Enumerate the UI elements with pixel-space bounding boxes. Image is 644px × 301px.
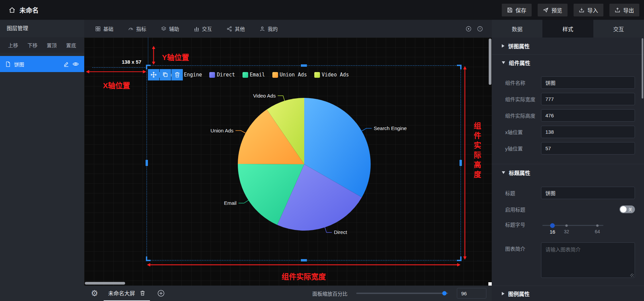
fontsize-option-16[interactable]: 16 <box>550 229 555 235</box>
tab-other[interactable]: 其他 <box>227 25 245 32</box>
layers-icon <box>161 26 166 32</box>
section-pie-properties[interactable]: 饼图属性 <box>492 38 644 54</box>
legend-item[interactable]: Union Ads <box>272 72 307 78</box>
save-icon <box>507 7 513 13</box>
layer-item-pie[interactable]: 饼图 <box>0 56 84 72</box>
delete-screen-icon[interactable] <box>140 290 145 296</box>
resize-handle-bottom[interactable] <box>301 259 307 261</box>
chevron-right-icon <box>502 292 504 295</box>
document-icon <box>5 61 11 67</box>
legend-label: Video Ads <box>322 72 349 78</box>
zoom-value-input[interactable] <box>457 288 486 299</box>
delete-button[interactable] <box>171 69 183 80</box>
panel-scrollbar[interactable] <box>642 38 643 99</box>
tab-data[interactable]: 数据 <box>492 20 542 38</box>
resize-handle-bottom-right[interactable] <box>457 256 462 261</box>
tab-interaction[interactable]: 交互 <box>194 25 212 32</box>
legend-item[interactable]: Email <box>243 72 265 78</box>
pie-slice-label: Video Ads <box>253 93 276 99</box>
resize-handle-right[interactable] <box>460 160 462 166</box>
legend-swatch-icon <box>272 72 278 78</box>
section-title: 图例属性 <box>508 290 530 298</box>
slider-track[interactable] <box>542 225 603 226</box>
field-label: 组件实际高度 <box>505 112 535 119</box>
slider-dot[interactable] <box>596 224 599 227</box>
preview-button[interactable]: 预览 <box>538 4 568 16</box>
section-component-properties[interactable]: 组件属性 <box>492 54 644 70</box>
field-enable-title: 启用标题 关 <box>492 201 644 218</box>
target-icon[interactable] <box>466 26 472 32</box>
main: 图层管理 上移 下移 置顶 置底 饼图 基础 <box>0 20 644 301</box>
import-label: 导入 <box>587 6 598 14</box>
move-down-button[interactable]: 下移 <box>28 42 38 49</box>
title-fontsize-slider[interactable]: 16 32 64 <box>541 221 635 237</box>
layer-actions: 上移 下移 置顶 置底 <box>0 37 84 53</box>
bring-front-button[interactable]: 置顶 <box>47 42 57 49</box>
tab-metrics[interactable]: 指标 <box>128 25 146 32</box>
zoom-slider-handle[interactable] <box>442 291 447 296</box>
zoom-slider[interactable] <box>356 293 448 294</box>
home-icon[interactable] <box>9 7 15 13</box>
settings-gear-icon[interactable]: ⚙ <box>91 289 98 297</box>
resize-handle-top-right[interactable] <box>457 65 462 69</box>
fontsize-option-64[interactable]: 64 <box>595 229 600 234</box>
tab-basic-label: 基础 <box>103 25 113 32</box>
canvas-vertical-scrollbar[interactable] <box>489 39 491 85</box>
gauge-icon <box>128 26 133 32</box>
section-title: 标题属性 <box>509 169 530 177</box>
slider-dot[interactable] <box>566 224 568 227</box>
resize-handle-left[interactable] <box>146 160 148 166</box>
pie-chart[interactable]: Search EngineDirectEmailUnion AdsVideo A… <box>147 66 461 261</box>
title-input[interactable] <box>541 187 635 199</box>
send-back-button[interactable]: 置底 <box>66 42 76 49</box>
legend-swatch-icon <box>314 72 320 78</box>
component-width-input[interactable] <box>541 93 635 105</box>
x-position-arrow <box>86 69 147 74</box>
legend-item[interactable]: Video Ads <box>314 72 349 78</box>
pie-component[interactable]: Search EngineDirectEmailUnion AdsVideo A… <box>147 65 461 260</box>
resize-handle-top-left[interactable] <box>146 65 151 69</box>
tab-basic[interactable]: 基础 <box>95 25 113 32</box>
save-button[interactable]: 保存 <box>502 4 532 16</box>
visibility-eye-icon[interactable] <box>72 61 79 67</box>
resize-handle-bottom-left[interactable] <box>146 256 151 261</box>
section-legend-properties[interactable]: 图例属性 <box>492 286 644 301</box>
tab-auxiliary[interactable]: 辅助 <box>161 25 179 32</box>
move-up-button[interactable]: 上移 <box>8 42 18 49</box>
component-name-input[interactable] <box>541 76 635 89</box>
header-actions: 保存 预览 导入 导出 <box>496 4 639 16</box>
screen-tab[interactable]: 未命名大屏 <box>104 286 150 301</box>
move-button[interactable] <box>148 69 159 80</box>
x-position-input[interactable] <box>541 126 635 138</box>
help-icon[interactable]: ? <box>477 26 483 32</box>
copy-button[interactable] <box>160 69 171 80</box>
design-canvas[interactable]: Search EngineDirectEmailUnion AdsVideo A… <box>84 38 492 286</box>
edit-pencil-icon[interactable] <box>63 61 69 67</box>
slider-handle[interactable] <box>550 223 555 228</box>
tab-style[interactable]: 样式 <box>542 20 593 38</box>
fontsize-option-32[interactable]: 32 <box>564 229 569 234</box>
export-button[interactable]: 导出 <box>609 4 639 16</box>
add-screen-icon[interactable] <box>157 290 165 297</box>
svg-text:?: ? <box>479 27 481 31</box>
resize-grip-icon[interactable] <box>630 274 634 277</box>
enable-title-toggle[interactable]: 关 <box>620 205 635 213</box>
title-fields: 标题 启用标题 关 标题字号 <box>492 185 644 279</box>
pie-slice-label: Search Engine <box>374 125 407 131</box>
import-button[interactable]: 导入 <box>574 4 603 16</box>
resize-handle-top[interactable] <box>301 64 307 67</box>
field-title: 标题 <box>492 185 644 201</box>
x-guide-line <box>92 67 147 68</box>
x-position-label: X轴位置 <box>103 81 130 91</box>
section-title-properties[interactable]: 标题属性 <box>492 164 644 181</box>
legend-item[interactable]: Direct <box>209 72 235 78</box>
component-height-input[interactable] <box>541 109 635 122</box>
toggle-knob <box>620 206 627 213</box>
y-position-input[interactable] <box>541 142 635 155</box>
pie-label-line <box>325 227 332 232</box>
tab-mine[interactable]: 我的 <box>260 25 278 32</box>
layer-panel-title: 图层管理 <box>0 20 84 37</box>
tab-interact[interactable]: 交互 <box>593 20 644 38</box>
canvas-horizontal-scrollbar[interactable] <box>85 282 125 285</box>
chart-description-textarea[interactable] <box>541 242 635 278</box>
